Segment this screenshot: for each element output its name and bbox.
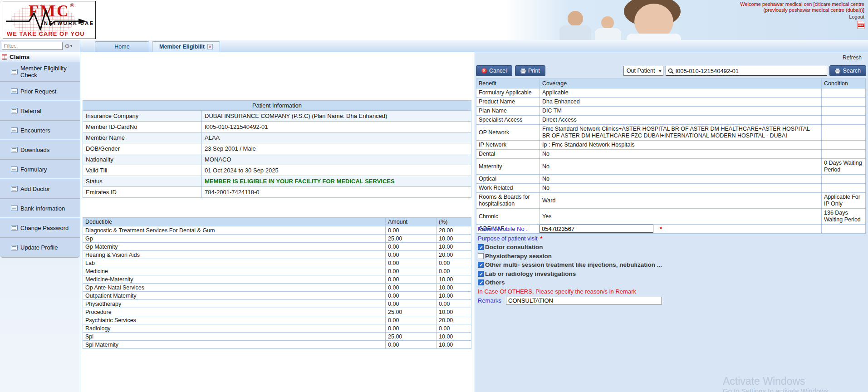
member-search-input[interactable]	[675, 68, 825, 74]
patient-info-row: Emirates ID 784-2001-7424118-0	[83, 187, 471, 198]
search-button[interactable]: Search	[829, 65, 866, 76]
deductible-row: Medicine-Maternity 0.00 10.00	[83, 275, 471, 284]
sidebar-section-claims: Claims	[0, 52, 80, 62]
mobile-row: Patient Mobile No : *	[478, 224, 759, 234]
sidebar-menu-item[interactable]: Encounters	[0, 121, 80, 140]
eligibility-panel: Refresh Cancel Print Out Patient ▾	[475, 52, 868, 392]
benefit-row: Work Related No	[476, 184, 866, 193]
benefit-condition	[822, 141, 866, 150]
filter-input[interactable]	[2, 42, 63, 50]
benefit-coverage: No	[540, 150, 822, 159]
deductible-amount: 0.00	[386, 251, 436, 259]
benefit-condition: 136 Days Waiting Period	[822, 209, 866, 225]
purpose-checkbox[interactable]	[478, 253, 484, 259]
sidebar-menu-item[interactable]: Referral	[0, 101, 80, 121]
form-window-icon	[11, 108, 18, 113]
fmc-logo: FMC® NETWORK UAE WE TAKE CARE OF YOU	[3, 1, 96, 39]
sidebar: ⚙▾ Claims Member Eligibility Check Prior…	[0, 40, 80, 392]
sidebar-menu-item[interactable]: Update Profile	[0, 238, 80, 257]
deductible-percent: 10.00	[436, 333, 471, 341]
remarks-input[interactable]	[506, 297, 662, 304]
purpose-checkbox[interactable]	[478, 244, 484, 250]
logo-tagline: WE TAKE CARE OF YOU	[7, 30, 85, 37]
sidebar-menu-item[interactable]: Member Eligibility Check	[0, 62, 80, 82]
deductible-name: Psychiatric Services	[83, 316, 386, 324]
benefit-header: Benefit	[476, 79, 540, 88]
search-icon	[668, 68, 674, 74]
logo-network-text: NETWORK UAE	[44, 20, 94, 26]
deductible-percent: 10.00	[436, 235, 471, 243]
deductible-percent: 10.00	[436, 292, 471, 300]
purpose-option-label: Other multi- session treatment like inje…	[485, 261, 662, 268]
deductible-name: Radiology	[83, 324, 386, 333]
sidebar-menu-item[interactable]: Formulary	[0, 160, 80, 179]
benefit-condition	[822, 98, 866, 107]
sidebar-item-label: Add Doctor	[20, 186, 50, 192]
benefit-name: Specialist Access	[476, 116, 540, 125]
benefit-coverage: No	[540, 184, 822, 193]
benefit-row: IP Network Ip : Fmc Standard Network Hos…	[476, 141, 866, 150]
refresh-link[interactable]: Refresh	[843, 54, 862, 61]
patient-info-value: 01 Oct 2024 to 30 Sep 2025	[202, 165, 471, 176]
benefit-condition	[822, 116, 866, 125]
activate-windows-watermark: Activate Windows Go to Settings to activ…	[723, 375, 829, 392]
benefit-coverage: Applicable	[540, 88, 822, 98]
patient-type-select[interactable]: Out Patient ▾	[623, 66, 664, 76]
deductible-row: Diagnostic & Treatment Services For Dent…	[83, 226, 471, 235]
deductible-name: Gp	[83, 235, 386, 243]
purpose-option[interactable]: Doctor consultation	[478, 243, 759, 252]
deductible-amount: 0.00	[386, 267, 436, 275]
pdf-icon[interactable]: PDF	[858, 21, 864, 29]
benefit-condition	[822, 175, 866, 184]
photo-person2-face	[568, 11, 583, 26]
sidebar-menu-item[interactable]: Downloads	[0, 140, 80, 160]
sidebar-menu-item[interactable]: Add Doctor	[0, 179, 80, 199]
purpose-option[interactable]: Others	[478, 278, 759, 287]
purpose-row: Purpose of patient visit *	[478, 234, 759, 243]
benefit-coverage: Dha Enhanced	[540, 98, 822, 107]
form-window-icon	[11, 167, 18, 172]
claims-grid-icon	[2, 54, 7, 60]
sidebar-menu-item[interactable]: Prior Request	[0, 82, 80, 101]
print-button[interactable]: Print	[515, 65, 545, 76]
purpose-checkbox[interactable]	[478, 279, 484, 285]
benefit-condition: 0 Days Waiting Period	[822, 159, 866, 175]
sidebar-item-label: Encounters	[20, 127, 50, 134]
deductible-amount: 0.00	[386, 292, 436, 300]
purpose-label: Purpose of patient visit	[478, 235, 538, 242]
deductible-row: Physiotherapy 0.00 0.00	[83, 300, 471, 308]
benefit-coverage: Direct Access	[540, 116, 822, 125]
purpose-checkbox[interactable]	[478, 262, 484, 268]
photo-person3-body	[595, 28, 621, 40]
tab-home[interactable]: Home	[95, 41, 149, 52]
close-icon[interactable]: ×	[207, 44, 213, 49]
chevron-down-icon: ▾	[70, 44, 73, 48]
purpose-option[interactable]: Lab or radiology investigations	[478, 270, 759, 279]
patient-info-value: 23 Sep 2001 / Male	[202, 143, 471, 154]
patient-info-label: Nationality	[83, 154, 202, 165]
deductible-name: Outpatient Maternity	[83, 292, 386, 300]
photo-person-shoulders	[627, 34, 681, 40]
logout-link[interactable]: Logout	[849, 14, 864, 20]
gear-icon[interactable]: ⚙▾	[64, 43, 72, 49]
purpose-option[interactable]: Other multi- session treatment like inje…	[478, 260, 759, 270]
tab-member-eligibility[interactable]: Member Eligibilit ×	[152, 41, 220, 52]
deductible-percent: 10.00	[436, 275, 471, 284]
deductible-amount: 0.00	[386, 284, 436, 292]
deductible-percent: 20.00	[436, 251, 471, 259]
cancel-button[interactable]: Cancel	[476, 65, 512, 76]
mobile-input[interactable]	[539, 225, 653, 233]
benefit-row: Rooms & Boards for hospitalisation Ward …	[476, 193, 866, 209]
deductible-name: Medicine	[83, 267, 386, 275]
form-window-icon	[11, 127, 18, 133]
benefit-name: Work Related	[476, 184, 540, 193]
patient-info-label: Insurance Company	[83, 111, 202, 122]
purpose-checkbox[interactable]	[478, 271, 484, 277]
form-window-icon	[11, 245, 18, 250]
tab-bar: Home Member Eligibilit ×	[80, 40, 868, 52]
mobile-label: Patient Mobile No :	[478, 225, 539, 232]
purpose-option-label: Lab or radiology investigations	[485, 270, 576, 277]
sidebar-menu-item[interactable]: Change Password	[0, 218, 80, 238]
sidebar-menu-item[interactable]: Bank Information	[0, 199, 80, 218]
purpose-option[interactable]: Physiotherapy session	[478, 252, 759, 261]
